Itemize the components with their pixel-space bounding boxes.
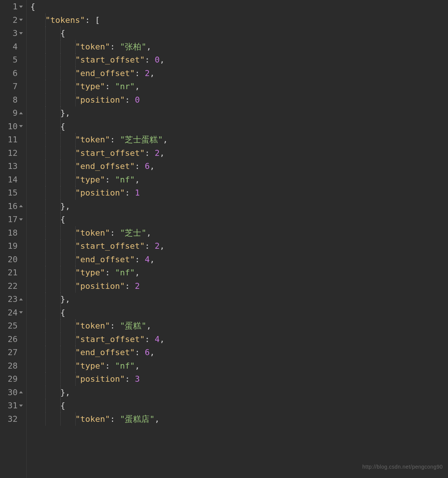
fold-placeholder (19, 97, 23, 102)
gutter-line: 9 (0, 106, 23, 120)
indent-guide (75, 40, 90, 54)
code-text: "tokens": [ (30, 13, 100, 27)
indent-guide (75, 319, 90, 333)
line-number: 25 (8, 319, 18, 333)
indent-guide (75, 226, 90, 240)
code-line[interactable]: { (30, 213, 448, 226)
code-line[interactable]: "token": "芝士", (30, 226, 448, 240)
gutter-line: 3 (0, 27, 23, 40)
code-line[interactable]: }, (30, 106, 448, 120)
fold-close-icon[interactable] (19, 204, 23, 208)
fold-open-icon[interactable] (19, 4, 23, 9)
code-line[interactable]: "position": 0 (30, 93, 448, 107)
code-line[interactable]: "token": "张柏", (30, 40, 448, 54)
token-num: 3 (135, 374, 140, 384)
fold-open-icon[interactable] (19, 31, 23, 36)
code-line[interactable]: "type": "nf", (30, 266, 448, 279)
token-punct: , (150, 348, 155, 357)
code-line[interactable]: { (30, 27, 448, 40)
fold-placeholder (19, 244, 23, 248)
code-line[interactable]: { (30, 399, 448, 412)
token-punct: , (160, 335, 164, 344)
code-line[interactable]: "start_offset": 0, (30, 53, 448, 67)
code-line[interactable]: "end_offset": 2, (30, 67, 448, 80)
code-line[interactable]: }, (30, 200, 448, 213)
line-number: 28 (8, 359, 18, 373)
indent-guide (45, 106, 60, 120)
code-line[interactable]: "end_offset": 6, (30, 160, 448, 173)
indent-guide (75, 133, 90, 146)
code-line[interactable]: "end_offset": 4, (30, 253, 448, 266)
fold-placeholder (19, 417, 23, 421)
indent-guide (45, 346, 60, 359)
token-num: 2 (145, 69, 149, 78)
code-line[interactable]: "type": "nf", (30, 359, 448, 373)
code-line[interactable]: "type": "nr", (30, 80, 448, 93)
token-punct: : (135, 161, 145, 171)
token-str: "nf" (115, 361, 135, 370)
token-punct: , (135, 268, 140, 277)
fold-open-icon[interactable] (19, 124, 23, 128)
fold-open-icon[interactable] (19, 310, 23, 315)
code-line[interactable]: { (30, 0, 448, 13)
code-line[interactable]: "start_offset": 2, (30, 239, 448, 253)
token-punct: : [ (85, 15, 100, 25)
gutter-line: 15 (0, 186, 23, 200)
code-editor[interactable]: 1234567891011121314151617181920212223242… (0, 0, 448, 478)
indent-guide (45, 173, 60, 187)
gutter-line: 16 (0, 200, 23, 213)
gutter-line: 22 (0, 279, 23, 293)
token-punct: : (110, 228, 120, 238)
code-line[interactable]: }, (30, 386, 448, 399)
fold-open-icon[interactable] (19, 217, 23, 222)
code-line[interactable]: "end_offset": 6, (30, 346, 448, 359)
indent-guide (45, 386, 60, 399)
gutter-line: 10 (0, 120, 23, 133)
code-line[interactable]: "start_offset": 4, (30, 333, 448, 346)
code-line[interactable]: "type": "nf", (30, 173, 448, 187)
code-line[interactable]: "position": 1 (30, 186, 448, 200)
fold-placeholder (19, 58, 23, 62)
indent-guide (45, 279, 60, 293)
code-line[interactable]: "position": 2 (30, 279, 448, 293)
token-num: 6 (145, 348, 149, 357)
indent-guide (45, 333, 60, 346)
token-num: 4 (155, 335, 160, 344)
token-punct: , (160, 241, 164, 251)
token-str: "芝士蛋糕" (120, 135, 163, 144)
code-line[interactable]: "tokens": [ (30, 13, 448, 27)
fold-placeholder (19, 44, 23, 49)
token-str: "nr" (115, 82, 135, 91)
code-line[interactable]: { (30, 306, 448, 320)
code-line[interactable]: "token": "蛋糕店", (30, 412, 448, 426)
gutter-line: 28 (0, 359, 23, 373)
line-number: 11 (8, 133, 18, 146)
indent-guide (45, 266, 60, 279)
fold-close-icon[interactable] (19, 111, 23, 115)
code-line[interactable]: { (30, 120, 448, 133)
indent-guide (75, 93, 90, 107)
fold-close-icon[interactable] (19, 390, 23, 394)
code-line[interactable]: "start_offset": 2, (30, 146, 448, 160)
token-punct: : (105, 82, 115, 91)
line-number: 14 (8, 173, 18, 187)
indent-guide (75, 67, 90, 80)
fold-placeholder (19, 363, 23, 368)
gutter-line: 29 (0, 372, 23, 386)
fold-open-icon[interactable] (19, 18, 23, 22)
indent-guide (60, 200, 75, 213)
fold-open-icon[interactable] (19, 403, 23, 408)
line-number: 9 (13, 106, 18, 120)
token-num: 2 (155, 241, 160, 251)
code-content[interactable]: {"tokens": [{"token": "张柏","start_offset… (26, 0, 448, 478)
fold-placeholder (19, 324, 23, 328)
code-line[interactable]: "position": 3 (30, 372, 448, 386)
indent-guide (45, 80, 60, 93)
line-number: 6 (13, 67, 18, 80)
line-number: 13 (8, 160, 18, 173)
code-line[interactable]: "token": "蛋糕", (30, 319, 448, 333)
code-line[interactable]: }, (30, 293, 448, 306)
token-punct: , (150, 255, 155, 264)
code-line[interactable]: "token": "芝士蛋糕", (30, 133, 448, 146)
fold-close-icon[interactable] (19, 297, 23, 302)
